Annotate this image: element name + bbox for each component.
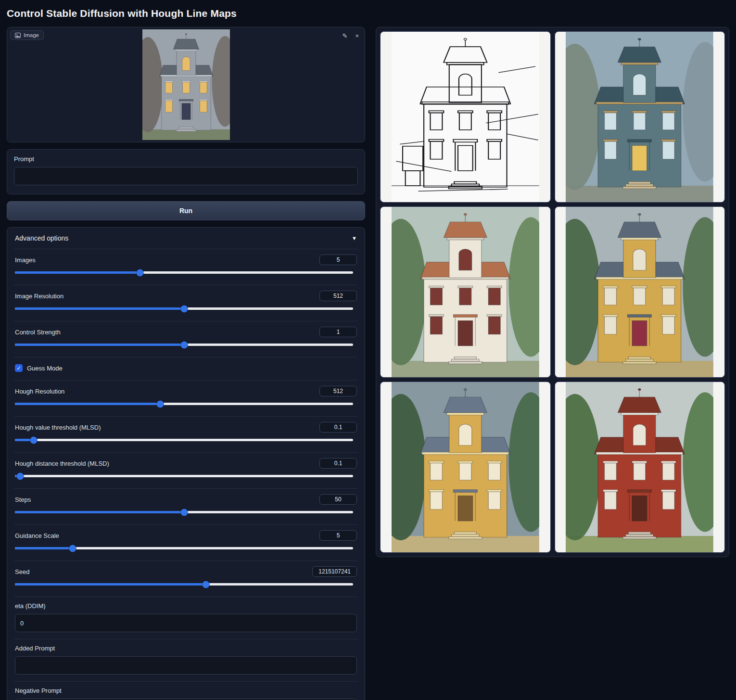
slider-fill [15,547,73,549]
guess-mode-checkbox[interactable]: ✓Guess Mode [15,363,357,373]
clear-image-button[interactable]: × [354,31,360,40]
prompt-panel: Prompt [7,149,365,194]
slider-seed[interactable] [15,583,353,585]
slider-fill [15,511,184,513]
page-title: Control Stable Diffusion with Hough Line… [7,8,729,19]
field-label-added-prompt: Added Prompt [15,645,55,652]
gallery-item-generated-house-mustard[interactable] [555,206,725,378]
advanced-options-panel: Advanced options ▼ Images5Image Resoluti… [7,227,365,700]
control-row-negative-prompt: Negative Prompt [14,681,358,700]
advanced-options-label: Advanced options [15,234,68,242]
slider-value-hough-resolution[interactable]: 512 [319,386,357,396]
slider-label-images: Images [15,256,36,264]
input-image-preview[interactable] [142,29,230,140]
slider-control-strength[interactable] [15,344,353,346]
slider-handle[interactable] [203,581,210,588]
image-label-tab: Image [10,30,44,40]
control-row-steps: Steps50 [14,488,358,524]
slider-fill [15,583,206,585]
slider-label-image-resolution: Image Resolution [15,293,63,300]
generated-house-white-image [392,207,539,377]
slider-label-control-strength: Control Strength [15,329,61,336]
slider-value-guidance-scale[interactable]: 5 [319,530,357,541]
control-row-added-prompt: Added Prompt [14,639,358,681]
image-input-panel: Image ✎ × [7,27,365,142]
gallery-item-generated-house-white[interactable] [380,206,551,378]
control-row-seed: Seed1215107241 [14,560,358,597]
generated-house-red-brick-image [566,382,713,552]
generated-house-teal-image [566,32,713,202]
gallery-item-generated-house-red-brick[interactable] [555,382,725,553]
collapse-caret-icon: ▼ [352,235,357,241]
checkbox-check-icon[interactable]: ✓ [15,364,23,372]
hough-line-map-image [392,32,539,202]
control-row-image-resolution: Image Resolution512 [14,285,358,321]
control-row-hough-value-threshold-mlsd: Hough value threshold (MLSD)0.1 [14,416,358,452]
control-row-hough-distance-threshold-mlsd: Hough distance threshold (MLSD)0.1 [14,452,358,488]
main-layout: Image ✎ × Prompt Run Advanced options ▼ … [7,27,729,700]
slider-hough-distance-threshold-mlsd[interactable] [15,475,353,477]
image-actions: ✎ × [342,31,360,40]
generated-house-gold-image [392,382,539,552]
app-root: Control Stable Diffusion with Hough Line… [0,0,736,700]
checkbox-label: Guess Mode [27,365,63,372]
slider-image-resolution[interactable] [15,307,353,310]
control-row-control-strength: Control Strength1 [14,321,358,357]
slider-handle[interactable] [69,545,76,552]
slider-handle[interactable] [180,305,188,312]
slider-handle[interactable] [157,400,164,407]
slider-label-hough-distance-threshold-mlsd: Hough distance threshold (MLSD) [15,460,109,467]
control-row-images: Images5 [14,249,358,285]
slider-value-hough-distance-threshold-mlsd[interactable]: 0.1 [319,458,357,469]
generated-house-mustard-image [566,207,713,377]
slider-fill [15,344,184,346]
slider-label-hough-resolution: Hough Resolution [15,388,64,395]
gallery-item-hough-line-map[interactable] [380,31,551,203]
slider-value-seed[interactable]: 1215107241 [312,566,357,577]
slider-value-control-strength[interactable]: 1 [319,327,357,337]
control-row-guess-mode: ✓Guess Mode [14,357,358,380]
slider-guidance-scale[interactable] [15,547,353,549]
slider-value-hough-value-threshold-mlsd[interactable]: 0.1 [319,422,357,433]
slider-fill [15,403,160,405]
gallery-grid [380,31,725,553]
gallery-item-generated-house-gold[interactable] [380,382,551,553]
control-row-hough-resolution: Hough Resolution512 [14,380,358,416]
advanced-options-header[interactable]: Advanced options ▼ [14,228,358,249]
slider-handle[interactable] [30,436,37,444]
slider-handle[interactable] [180,509,188,516]
gallery-item-generated-house-teal[interactable] [555,31,725,203]
slider-label-guidance-scale: Guidance Scale [15,532,59,539]
field-label-eta-ddim: eta (DDIM) [15,602,46,610]
prompt-label: Prompt [14,155,358,163]
slider-fill [15,271,140,274]
slider-handle[interactable] [180,341,188,348]
slider-label-hough-value-threshold-mlsd: Hough value threshold (MLSD) [15,424,101,431]
control-row-eta-ddim: eta (DDIM) [14,597,358,639]
slider-value-images[interactable]: 5 [319,255,357,265]
input-house-photo-image [142,29,230,140]
slider-images[interactable] [15,271,353,274]
field-label-negative-prompt: Negative Prompt [15,687,62,694]
slider-label-seed: Seed [15,568,29,575]
advanced-controls: Images5Image Resolution512Control Streng… [14,249,358,700]
slider-label-steps: Steps [15,496,31,503]
slider-value-steps[interactable]: 50 [319,494,357,505]
slider-fill [15,307,184,310]
edit-image-button[interactable]: ✎ [342,31,349,40]
image-icon [15,33,21,38]
slider-handle[interactable] [137,269,144,276]
slider-hough-value-threshold-mlsd[interactable] [15,439,353,441]
prompt-input[interactable] [14,167,358,185]
slider-value-image-resolution[interactable]: 512 [319,291,357,301]
eta-ddim-input[interactable] [15,614,357,632]
run-button[interactable]: Run [7,201,365,220]
input-column: Image ✎ × Prompt Run Advanced options ▼ … [7,27,365,700]
output-gallery [376,27,729,557]
slider-handle[interactable] [17,472,24,480]
added-prompt-input[interactable] [15,656,357,675]
image-label: Image [24,32,39,38]
control-row-guidance-scale: Guidance Scale5 [14,524,358,560]
slider-steps[interactable] [15,511,353,513]
slider-hough-resolution[interactable] [15,403,353,405]
